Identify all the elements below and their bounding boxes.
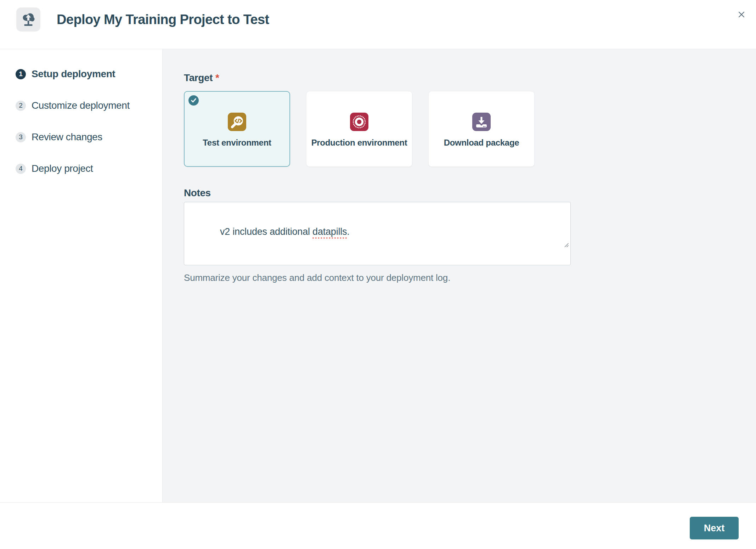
target-label-text: Target [184,72,213,83]
step-label: Review changes [32,131,102,143]
target-option-label: Download package [444,138,519,148]
target-options: Test environment Production environment [184,91,756,167]
next-button[interactable]: Next [690,517,739,539]
stepper-sidebar: 1 Setup deployment 2 Customize deploymen… [0,49,163,502]
notes-text-prefix: v2 includes additional [220,226,312,237]
step-customize-deployment[interactable]: 2 Customize deployment [16,100,162,111]
step-label: Setup deployment [32,68,115,80]
notes-section: Notes v2 includes additional datapills. … [184,187,756,283]
step-review-changes[interactable]: 3 Review changes [16,131,162,143]
deploy-cloud-upload-icon [16,7,40,32]
production-environment-icon [350,113,368,131]
notes-misspelled-word: datapills [312,226,347,237]
target-field-label: Target* [184,72,756,84]
test-environment-icon [228,113,246,131]
resize-handle-icon[interactable] [532,225,569,264]
close-icon[interactable] [736,9,747,20]
download-package-icon [472,113,491,131]
dialog-title: Deploy My Training Project to Test [57,12,269,27]
setup-deployment-panel: Target* [163,49,756,502]
step-number-badge: 3 [16,132,26,142]
deploy-dialog: Deploy My Training Project to Test 1 Set… [0,0,756,549]
required-asterisk: * [215,72,219,83]
dialog-footer: Next [0,502,756,549]
dialog-header: Deploy My Training Project to Test [0,0,756,49]
step-number-badge: 1 [16,69,26,79]
notes-text-suffix: . [347,226,349,237]
step-label: Customize deployment [32,100,130,111]
notes-field-label: Notes [184,187,756,199]
target-option-label: Test environment [203,138,271,148]
step-label: Deploy project [32,163,93,174]
dialog-body: 1 Setup deployment 2 Customize deploymen… [0,49,756,502]
notes-textarea[interactable]: v2 includes additional datapills. [184,202,571,265]
target-option-test-environment[interactable]: Test environment [184,91,290,167]
notes-helper-text: Summarize your changes and add context t… [184,272,756,283]
selected-check-icon [188,95,199,106]
target-option-label: Production environment [311,138,407,148]
step-deploy-project[interactable]: 4 Deploy project [16,163,162,174]
step-number-badge: 2 [16,101,26,111]
step-setup-deployment[interactable]: 1 Setup deployment [16,68,162,80]
target-option-download-package[interactable]: Download package [428,91,535,167]
step-number-badge: 4 [16,164,26,174]
target-option-production-environment[interactable]: Production environment [306,91,412,167]
